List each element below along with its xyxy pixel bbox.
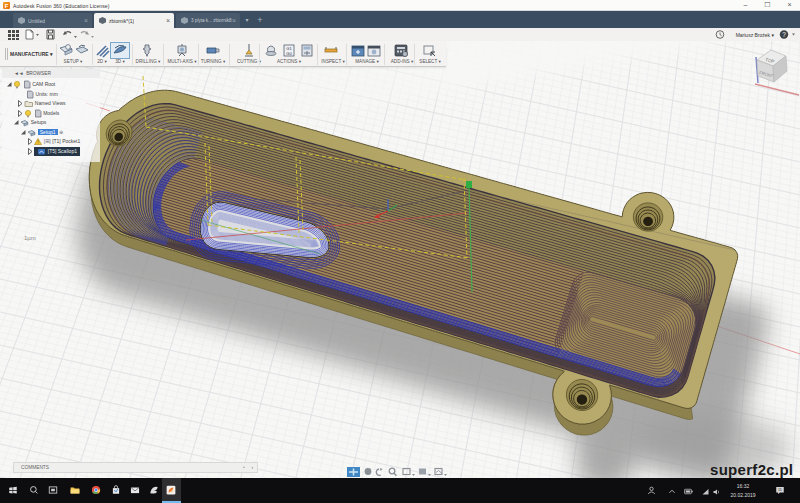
svg-text:11: 11 [778, 488, 782, 492]
svg-text:G0: G0 [286, 51, 292, 56]
svg-text:1µm: 1µm [24, 235, 36, 241]
svg-text:?: ? [782, 31, 786, 38]
svg-text:!: ! [38, 139, 39, 145]
